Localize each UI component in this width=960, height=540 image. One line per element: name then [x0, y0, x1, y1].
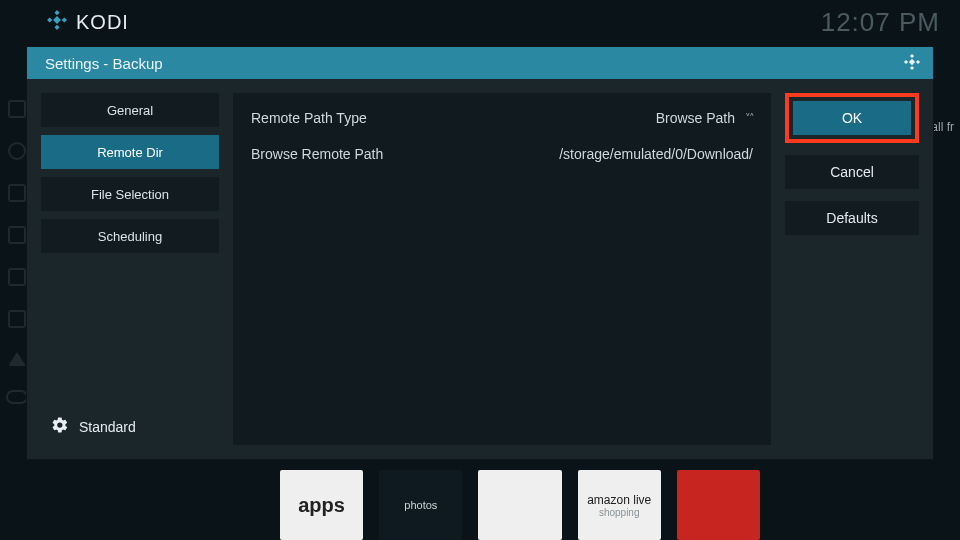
sidebar-item-file-selection[interactable]: File Selection — [41, 177, 219, 211]
button-label: Defaults — [826, 210, 877, 226]
svg-rect-1 — [47, 17, 52, 22]
topbar: KODI 12:07 PM — [0, 0, 960, 44]
rail-icon — [8, 310, 26, 328]
background-tiles: apps photos amazon liveshopping — [0, 470, 960, 540]
spinner-icon[interactable]: ˅˄ — [745, 112, 753, 125]
button-label: OK — [842, 110, 862, 126]
svg-rect-9 — [909, 58, 915, 64]
bg-tile — [478, 470, 561, 540]
sidebar-item-scheduling[interactable]: Scheduling — [41, 219, 219, 253]
rail-icon — [8, 268, 26, 286]
gear-icon — [51, 416, 69, 437]
sidebar-item-label: Remote Dir — [97, 145, 163, 160]
defaults-button[interactable]: Defaults — [785, 201, 919, 235]
setting-label: Remote Path Type — [251, 110, 367, 126]
dialog-body: General Remote Dir File Selection Schedu… — [27, 79, 933, 459]
setting-value: Browse Path ˅˄ — [656, 110, 753, 126]
clock: 12:07 PM — [821, 7, 940, 38]
svg-rect-5 — [910, 53, 914, 57]
ok-button-highlight: OK — [785, 93, 919, 143]
kodi-logo-icon — [903, 53, 921, 74]
bg-tile: amazon liveshopping — [578, 470, 661, 540]
ok-button[interactable]: OK — [793, 101, 911, 135]
bg-tile: photos — [379, 470, 462, 540]
setting-row-browse-remote-path[interactable]: Browse Remote Path /storage/emulated/0/D… — [251, 143, 753, 165]
sidebar-item-remote-dir[interactable]: Remote Dir — [41, 135, 219, 169]
rail-icon — [8, 100, 26, 118]
svg-rect-4 — [53, 16, 61, 24]
rail-icon — [8, 142, 26, 160]
settings-sidebar: General Remote Dir File Selection Schedu… — [41, 93, 219, 445]
setting-value: /storage/emulated/0/Download/ — [559, 146, 753, 162]
svg-rect-3 — [54, 25, 59, 30]
svg-rect-8 — [910, 65, 914, 69]
settings-level[interactable]: Standard — [51, 416, 136, 437]
setting-value-text: Browse Path — [656, 110, 735, 126]
bg-tile: apps — [280, 470, 363, 540]
svg-rect-7 — [916, 59, 920, 63]
rail-icon — [6, 390, 28, 404]
rail-icon — [8, 184, 26, 202]
background-text: all fr — [931, 120, 954, 134]
button-label: Cancel — [830, 164, 874, 180]
svg-rect-2 — [62, 17, 67, 22]
sidebar-item-label: General — [107, 103, 153, 118]
setting-label: Browse Remote Path — [251, 146, 383, 162]
rail-icon — [8, 352, 26, 366]
svg-rect-6 — [904, 59, 908, 63]
sidebar-item-general[interactable]: General — [41, 93, 219, 127]
svg-rect-0 — [54, 10, 59, 15]
brand: KODI — [46, 9, 129, 35]
settings-level-label: Standard — [79, 419, 136, 435]
settings-dialog: Settings - Backup General Remote Dir Fil… — [26, 46, 934, 460]
brand-text: KODI — [76, 11, 129, 34]
rail-icon — [8, 226, 26, 244]
sidebar-item-label: Scheduling — [98, 229, 162, 244]
cancel-button[interactable]: Cancel — [785, 155, 919, 189]
dialog-buttons: OK Cancel Defaults — [785, 93, 919, 445]
settings-main-panel: Remote Path Type Browse Path ˅˄ Browse R… — [233, 93, 771, 445]
dialog-title: Settings - Backup — [45, 55, 163, 72]
kodi-logo-icon — [46, 9, 68, 35]
dialog-header: Settings - Backup — [27, 47, 933, 79]
setting-row-remote-path-type[interactable]: Remote Path Type Browse Path ˅˄ — [251, 107, 753, 129]
bg-tile — [677, 470, 760, 540]
sidebar-item-label: File Selection — [91, 187, 169, 202]
